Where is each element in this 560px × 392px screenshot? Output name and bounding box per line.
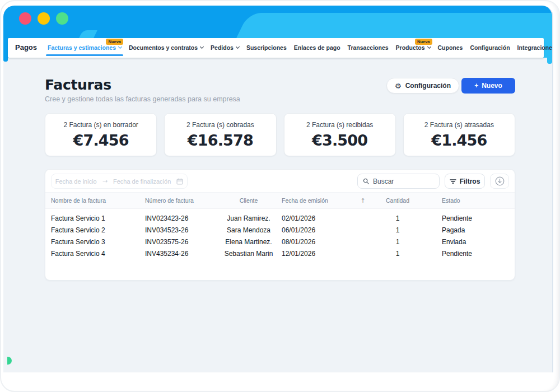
window-controls [19, 12, 68, 25]
settings-button-label: Configuración [405, 82, 451, 90]
date-range-input[interactable]: Fecha de inicio → Fecha de finalización [51, 174, 188, 189]
cell-invoice-name: Factura Servicio 1 [51, 214, 145, 222]
nav-item-productos[interactable]: Nueva Productos [396, 44, 431, 51]
download-circle-icon [495, 176, 505, 186]
nueva-badge: Nueva [106, 39, 123, 45]
date-start-placeholder: Fecha de inicio [55, 178, 97, 185]
nav-item-label: Integraciones [517, 44, 553, 51]
table-row[interactable]: Factura Servicio 2 INV034523-26 Sara Men… [45, 224, 515, 236]
cell-status: Pendiente [419, 214, 509, 222]
stat-label: 2 Factura (s) recibidas [306, 121, 373, 129]
calendar-icon [176, 178, 183, 185]
filters-button-label: Filtros [460, 178, 480, 185]
stat-card-borrador: 2 Factura (s) en borrador €7.456 [45, 113, 157, 156]
minimize-window-button[interactable] [38, 12, 50, 25]
nav-item-label: Pedidos [211, 44, 234, 51]
table-header-row: Nombre de la factura Número de factura C… [45, 192, 515, 209]
nav-item-label: Suscripciones [246, 44, 287, 51]
cell-invoice-number: INV023575-26 [145, 238, 219, 246]
nav-item-label: Facturas y estimaciones [48, 44, 116, 51]
page-subtitle: Cree y gestione todas las facturas gener… [45, 95, 240, 103]
table-body: Factura Servicio 1 INV023423-26 Juan Ram… [45, 209, 515, 259]
settings-button[interactable]: ⚙ Configuración [386, 78, 459, 94]
table-filter-bar: Fecha de inicio → Fecha de finalización [45, 170, 515, 192]
chevron-down-icon [118, 44, 122, 48]
search-field[interactable] [357, 174, 440, 189]
nav-item-facturas-y-estimaciones[interactable]: Nueva Facturas y estimaciones [48, 44, 122, 51]
stat-card-atrasadas: 2 Factura (s) atrasadas €1.456 [403, 113, 515, 156]
close-window-button[interactable] [19, 12, 31, 25]
cell-client: Juan Ramirez. [219, 214, 278, 222]
main-navigation: Pagos Nueva Facturas y estimaciones Docu… [8, 38, 544, 58]
header-left-edge [3, 58, 8, 62]
nav-item-label: Cupones [438, 44, 463, 51]
nav-item-pedidos[interactable]: Pedidos [211, 44, 239, 51]
cell-invoice-number: INV023423-26 [145, 214, 219, 222]
cell-invoice-name: Factura Servicio 3 [51, 238, 145, 246]
nav-item-label: Configuración [470, 44, 510, 51]
column-header-estado[interactable]: Estado [419, 197, 509, 204]
nav-brand-pagos: Pagos [15, 43, 37, 52]
nav-item-label: Documentos y contratos [129, 44, 198, 51]
cell-date: 06/01/2026 [278, 226, 350, 234]
filters-button[interactable]: Filtros [445, 174, 485, 189]
cell-date: 08/01/2026 [278, 238, 350, 246]
stat-card-cobradas: 2 Factura (s) cobradas €16.578 [164, 113, 276, 156]
chevron-down-icon [200, 44, 204, 48]
stat-value: €1.456 [431, 132, 487, 149]
cell-quantity: 1 [376, 238, 419, 246]
stat-value: €7.456 [73, 132, 128, 149]
nav-item-label: Transacciones [348, 44, 389, 51]
stat-label: 2 Factura (s) cobradas [186, 121, 254, 129]
gear-icon: ⚙ [395, 82, 402, 90]
cell-invoice-name: Factura Servicio 4 [51, 250, 145, 258]
cell-client: Sara Mendoza [219, 226, 278, 234]
filter-lines-icon [450, 179, 456, 184]
nav-item-documentos-y-contratos[interactable]: Documentos y contratos [129, 44, 203, 51]
nav-item-label: Enlaces de pago [294, 44, 340, 51]
download-button[interactable] [490, 174, 509, 189]
stat-value: €16.578 [188, 132, 253, 149]
nav-item-cupones[interactable]: Cupones [438, 44, 463, 51]
cell-quantity: 1 [376, 226, 419, 234]
column-header-fecha[interactable]: Fecha de emisión [278, 197, 350, 204]
column-header-cantidad[interactable]: Cantidad [376, 197, 419, 204]
maximize-window-button[interactable] [56, 12, 68, 25]
stat-label: 2 Factura (s) atrasadas [424, 121, 494, 129]
nav-item-integraciones[interactable]: Integraciones [517, 44, 553, 51]
nav-item-transacciones[interactable]: Transacciones [348, 44, 389, 51]
new-button-label: Nuevo [482, 82, 502, 90]
cell-invoice-number: INV034523-26 [145, 226, 219, 234]
cell-invoice-number: INV435234-26 [145, 250, 219, 258]
search-icon [363, 178, 370, 185]
page-title: Facturas [45, 77, 111, 93]
nav-item-enlaces-de-pago[interactable]: Enlaces de pago [294, 44, 340, 51]
cell-status: Pagada [419, 226, 509, 234]
stat-label: 2 Factura (s) en borrador [63, 121, 138, 129]
date-end-placeholder: Fecha de finalización [113, 178, 171, 185]
column-header-cliente[interactable]: Cliente [219, 197, 278, 204]
table-row[interactable]: Factura Servicio 4 INV435234-26 Sebastia… [45, 248, 515, 259]
cell-status: Enviada [419, 238, 509, 246]
chevron-down-icon [236, 44, 240, 48]
stat-value: €3.500 [312, 132, 367, 149]
column-header-nombre[interactable]: Nombre de la factura [51, 197, 145, 204]
cell-quantity: 1 [376, 214, 419, 222]
chevron-down-icon [427, 44, 431, 48]
nav-item-configuracion[interactable]: Configuración [470, 44, 510, 51]
header-right-edge [547, 58, 552, 64]
table-row[interactable]: Factura Servicio 3 INV023575-26 Elena Ma… [45, 236, 515, 248]
cell-client: Sebastian Marin [219, 250, 278, 258]
search-input[interactable] [373, 178, 434, 185]
new-invoice-button[interactable]: + Nuevo [461, 78, 515, 94]
arrow-right-icon: → [102, 178, 108, 185]
cell-quantity: 1 [376, 250, 419, 258]
column-header-numero[interactable]: Número de factura [145, 197, 219, 204]
plus-icon: + [474, 82, 478, 90]
table-row[interactable]: Factura Servicio 1 INV023423-26 Juan Ram… [45, 212, 515, 224]
cell-invoice-name: Factura Servicio 2 [51, 226, 145, 234]
stat-card-recibidas: 2 Factura (s) recibidas €3.500 [284, 113, 396, 156]
nav-item-suscripciones[interactable]: Suscripciones [246, 44, 287, 51]
sort-ascending-icon[interactable]: ↑ [350, 197, 376, 204]
nueva-badge: Nueva [415, 39, 432, 45]
